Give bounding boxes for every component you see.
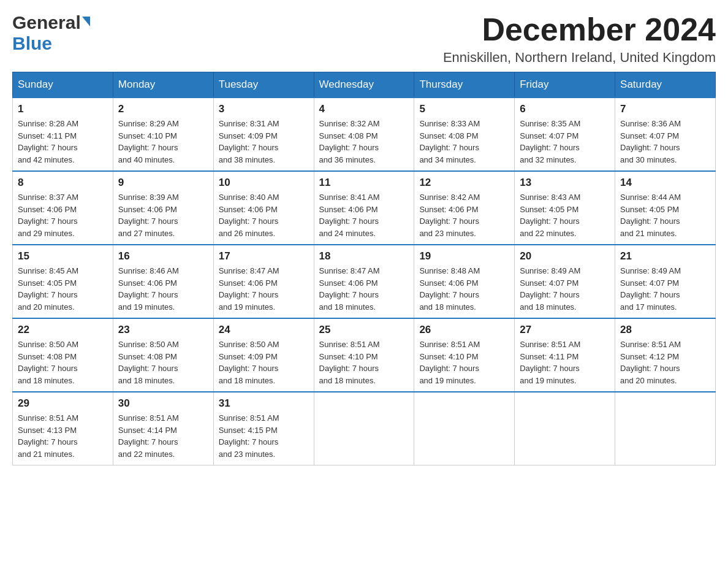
- calendar-cell: [615, 392, 716, 465]
- logo: General Blue: [12, 12, 90, 54]
- day-number: 29: [18, 397, 108, 410]
- calendar-week-row: 22Sunrise: 8:50 AMSunset: 4:08 PMDayligh…: [13, 318, 716, 392]
- day-info: Sunrise: 8:32 AMSunset: 4:08 PMDaylight:…: [319, 118, 409, 166]
- day-info: Sunrise: 8:51 AMSunset: 4:11 PMDaylight:…: [520, 339, 610, 386]
- calendar-week-row: 8Sunrise: 8:37 AMSunset: 4:06 PMDaylight…: [13, 171, 716, 245]
- day-info: Sunrise: 8:51 AMSunset: 4:10 PMDaylight:…: [319, 339, 409, 386]
- day-info: Sunrise: 8:28 AMSunset: 4:11 PMDaylight:…: [18, 118, 108, 166]
- calendar-week-row: 1Sunrise: 8:28 AMSunset: 4:11 PMDaylight…: [13, 98, 716, 171]
- calendar-week-row: 15Sunrise: 8:45 AMSunset: 4:05 PMDayligh…: [13, 245, 716, 318]
- calendar-cell: 16Sunrise: 8:46 AMSunset: 4:06 PMDayligh…: [113, 245, 213, 318]
- day-info: Sunrise: 8:40 AMSunset: 4:06 PMDaylight:…: [219, 191, 309, 239]
- day-number: 3: [219, 103, 309, 115]
- calendar-cell: 3Sunrise: 8:31 AMSunset: 4:09 PMDaylight…: [213, 98, 314, 171]
- day-number: 25: [319, 324, 409, 336]
- day-info: Sunrise: 8:46 AMSunset: 4:06 PMDaylight:…: [118, 265, 208, 313]
- day-info: Sunrise: 8:50 AMSunset: 4:08 PMDaylight:…: [18, 339, 108, 386]
- calendar-cell: 24Sunrise: 8:50 AMSunset: 4:09 PMDayligh…: [213, 318, 314, 392]
- calendar-cell: 30Sunrise: 8:51 AMSunset: 4:14 PMDayligh…: [113, 392, 213, 465]
- calendar-cell: 4Sunrise: 8:32 AMSunset: 4:08 PMDaylight…: [314, 98, 414, 171]
- calendar-header-row: Sunday Monday Tuesday Wednesday Thursday…: [13, 72, 716, 98]
- day-number: 31: [219, 397, 309, 410]
- calendar-cell: 26Sunrise: 8:51 AMSunset: 4:10 PMDayligh…: [414, 318, 515, 392]
- day-info: Sunrise: 8:45 AMSunset: 4:05 PMDaylight:…: [18, 265, 108, 313]
- calendar-cell: 18Sunrise: 8:47 AMSunset: 4:06 PMDayligh…: [314, 245, 414, 318]
- day-info: Sunrise: 8:49 AMSunset: 4:07 PMDaylight:…: [520, 265, 610, 313]
- calendar-cell: 14Sunrise: 8:44 AMSunset: 4:05 PMDayligh…: [615, 171, 716, 245]
- day-info: Sunrise: 8:43 AMSunset: 4:05 PMDaylight:…: [520, 191, 610, 239]
- calendar-cell: 13Sunrise: 8:43 AMSunset: 4:05 PMDayligh…: [515, 171, 615, 245]
- calendar-cell: 11Sunrise: 8:41 AMSunset: 4:06 PMDayligh…: [314, 171, 414, 245]
- calendar-cell: 25Sunrise: 8:51 AMSunset: 4:10 PMDayligh…: [314, 318, 414, 392]
- day-number: 5: [419, 103, 509, 115]
- calendar-cell: 15Sunrise: 8:45 AMSunset: 4:05 PMDayligh…: [13, 245, 113, 318]
- day-info: Sunrise: 8:48 AMSunset: 4:06 PMDaylight:…: [419, 265, 509, 313]
- day-number: 30: [118, 397, 208, 410]
- logo-general-text: General: [12, 12, 81, 33]
- day-info: Sunrise: 8:51 AMSunset: 4:15 PMDaylight:…: [219, 412, 309, 460]
- day-info: Sunrise: 8:49 AMSunset: 4:07 PMDaylight:…: [620, 265, 710, 313]
- day-info: Sunrise: 8:47 AMSunset: 4:06 PMDaylight:…: [219, 265, 309, 313]
- day-number: 18: [319, 250, 409, 262]
- col-monday: Monday: [113, 72, 213, 98]
- day-number: 4: [319, 103, 409, 115]
- day-info: Sunrise: 8:47 AMSunset: 4:06 PMDaylight:…: [319, 265, 409, 313]
- calendar-cell: 5Sunrise: 8:33 AMSunset: 4:08 PMDaylight…: [414, 98, 515, 171]
- calendar-cell: 29Sunrise: 8:51 AMSunset: 4:13 PMDayligh…: [13, 392, 113, 465]
- day-info: Sunrise: 8:51 AMSunset: 4:13 PMDaylight:…: [18, 412, 108, 460]
- col-saturday: Saturday: [615, 72, 716, 98]
- day-number: 24: [219, 324, 309, 336]
- day-number: 19: [419, 250, 509, 262]
- calendar-cell: 9Sunrise: 8:39 AMSunset: 4:06 PMDaylight…: [113, 171, 213, 245]
- day-number: 23: [118, 324, 208, 336]
- day-number: 8: [18, 177, 108, 189]
- calendar-cell: 10Sunrise: 8:40 AMSunset: 4:06 PMDayligh…: [213, 171, 314, 245]
- calendar-cell: 31Sunrise: 8:51 AMSunset: 4:15 PMDayligh…: [213, 392, 314, 465]
- col-friday: Friday: [515, 72, 615, 98]
- logo-arrow-icon: [82, 17, 90, 26]
- calendar-cell: 27Sunrise: 8:51 AMSunset: 4:11 PMDayligh…: [515, 318, 615, 392]
- calendar-cell: 17Sunrise: 8:47 AMSunset: 4:06 PMDayligh…: [213, 245, 314, 318]
- day-number: 26: [419, 324, 509, 336]
- page-header: General Blue December 2024 Enniskillen, …: [12, 12, 716, 66]
- col-sunday: Sunday: [13, 72, 113, 98]
- col-tuesday: Tuesday: [213, 72, 314, 98]
- day-info: Sunrise: 8:42 AMSunset: 4:06 PMDaylight:…: [419, 191, 509, 239]
- calendar-cell: 2Sunrise: 8:29 AMSunset: 4:10 PMDaylight…: [113, 98, 213, 171]
- calendar-cell: 19Sunrise: 8:48 AMSunset: 4:06 PMDayligh…: [414, 245, 515, 318]
- calendar-cell: 22Sunrise: 8:50 AMSunset: 4:08 PMDayligh…: [13, 318, 113, 392]
- day-info: Sunrise: 8:29 AMSunset: 4:10 PMDaylight:…: [118, 118, 208, 166]
- day-info: Sunrise: 8:50 AMSunset: 4:09 PMDaylight:…: [219, 339, 309, 386]
- month-title: December 2024: [443, 12, 716, 47]
- title-area: December 2024 Enniskillen, Northern Irel…: [443, 12, 716, 66]
- calendar-cell: [515, 392, 615, 465]
- day-info: Sunrise: 8:33 AMSunset: 4:08 PMDaylight:…: [419, 118, 509, 166]
- day-info: Sunrise: 8:31 AMSunset: 4:09 PMDaylight:…: [219, 118, 309, 166]
- day-info: Sunrise: 8:41 AMSunset: 4:06 PMDaylight:…: [319, 191, 409, 239]
- day-number: 10: [219, 177, 309, 189]
- day-number: 16: [118, 250, 208, 262]
- day-number: 1: [18, 103, 108, 115]
- calendar-cell: 7Sunrise: 8:36 AMSunset: 4:07 PMDaylight…: [615, 98, 716, 171]
- day-number: 22: [18, 324, 108, 336]
- calendar-cell: 23Sunrise: 8:50 AMSunset: 4:08 PMDayligh…: [113, 318, 213, 392]
- day-number: 2: [118, 103, 208, 115]
- calendar-cell: 12Sunrise: 8:42 AMSunset: 4:06 PMDayligh…: [414, 171, 515, 245]
- day-number: 15: [18, 250, 108, 262]
- col-wednesday: Wednesday: [314, 72, 414, 98]
- day-info: Sunrise: 8:51 AMSunset: 4:10 PMDaylight:…: [419, 339, 509, 386]
- calendar-week-row: 29Sunrise: 8:51 AMSunset: 4:13 PMDayligh…: [13, 392, 716, 465]
- logo-blue-text: Blue: [12, 33, 52, 53]
- day-number: 11: [319, 177, 409, 189]
- calendar-cell: 1Sunrise: 8:28 AMSunset: 4:11 PMDaylight…: [13, 98, 113, 171]
- location-title: Enniskillen, Northern Ireland, United Ki…: [443, 50, 716, 66]
- day-number: 20: [520, 250, 610, 262]
- day-info: Sunrise: 8:37 AMSunset: 4:06 PMDaylight:…: [18, 191, 108, 239]
- day-number: 28: [620, 324, 710, 336]
- day-number: 14: [620, 177, 710, 189]
- day-info: Sunrise: 8:36 AMSunset: 4:07 PMDaylight:…: [620, 118, 710, 166]
- day-info: Sunrise: 8:51 AMSunset: 4:14 PMDaylight:…: [118, 412, 208, 460]
- calendar-cell: 28Sunrise: 8:51 AMSunset: 4:12 PMDayligh…: [615, 318, 716, 392]
- calendar-cell: 8Sunrise: 8:37 AMSunset: 4:06 PMDaylight…: [13, 171, 113, 245]
- calendar-cell: 21Sunrise: 8:49 AMSunset: 4:07 PMDayligh…: [615, 245, 716, 318]
